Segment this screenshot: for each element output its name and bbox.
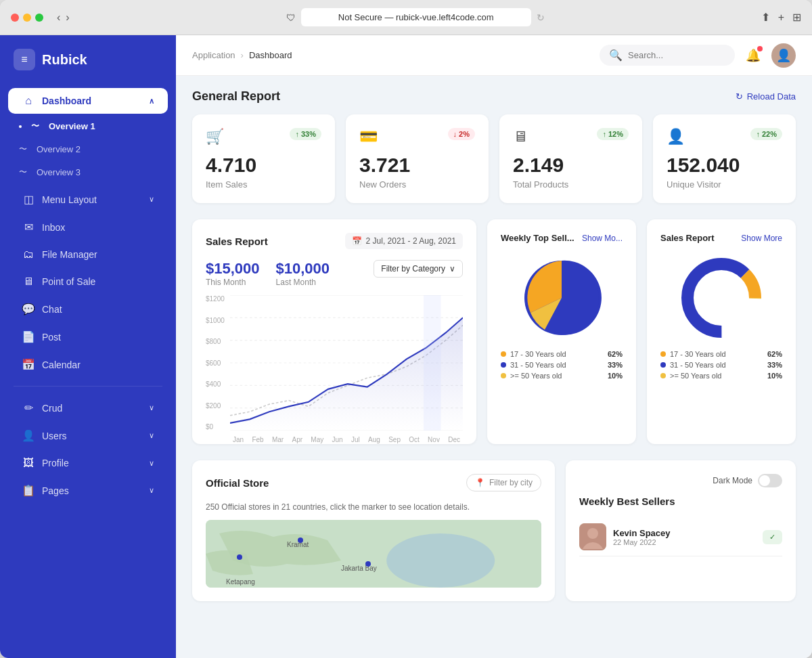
stat-card-new-orders: 💳 ↓ 2% 3.721 New Orders: [346, 114, 489, 203]
chevron-down-icon-filter: ∨: [449, 264, 455, 273]
monitor-icon: 🖥: [513, 128, 528, 146]
y-axis-labels: $1200 $1000 $800 $600 $400 $200 $0: [206, 295, 225, 431]
svg-rect-8: [424, 295, 441, 431]
seller-date: 22 May 2022: [613, 538, 756, 546]
stat-badge-total-products: ↑ 12%: [597, 128, 629, 140]
general-report-title: General Report: [192, 89, 280, 104]
sidebar-item-crud[interactable]: ✏ Crud ∨: [8, 395, 168, 421]
best-sellers-title: Weekly Best Sellers: [579, 496, 675, 507]
share-button[interactable]: ⬆: [761, 11, 770, 24]
pie-chart-container: [501, 254, 623, 350]
svg-text:Kramat: Kramat: [287, 541, 309, 548]
donut-dot-orange: [660, 351, 666, 357]
filter-city-text: Filter by city: [489, 478, 533, 487]
post-icon: 📄: [22, 330, 35, 343]
activity-icon: 〜: [31, 120, 39, 132]
pie-legend: 17 - 30 Years old 62% 31 - 50 Years old …: [501, 350, 623, 380]
logo-text: Rubick: [42, 52, 87, 68]
chart-area: $1200 $1000 $800 $600 $400 $200 $0: [206, 295, 463, 431]
stat-value-unique-visitor: 152.040: [667, 154, 782, 177]
sales-report2-title: Sales Report: [660, 233, 714, 243]
new-tab-button[interactable]: +: [778, 11, 784, 24]
donut-chart-container: [660, 254, 782, 350]
stat-value-item-sales: 4.710: [206, 154, 321, 177]
sidebar-item-profile[interactable]: 🖼 Profile ∨: [8, 450, 168, 476]
sales-report2-show-more[interactable]: Show More: [741, 234, 782, 243]
seller-row-kevin: Kevin Spacey 22 May 2022 ✓: [579, 518, 782, 556]
official-store-title: Official Store: [206, 477, 269, 489]
line-chart-svg: [230, 295, 463, 431]
pie-chart: [518, 254, 606, 342]
weekly-top-sellers-show-more[interactable]: Show Mo...: [582, 234, 623, 243]
back-button[interactable]: ‹: [57, 12, 60, 24]
filter-by-city[interactable]: 📍 Filter by city: [466, 474, 541, 491]
stat-cards: 🛒 ↑ 33% 4.710 Item Sales 💳: [192, 114, 796, 203]
sidebar-item-chat[interactable]: 💬 Chat: [8, 296, 168, 322]
search-bar[interactable]: 🔍: [600, 45, 735, 66]
logo-icon: ≡: [14, 49, 35, 70]
legend-item-0: 17 - 30 Years old 62%: [501, 350, 623, 358]
main-content: Application › Dashboard 🔍 🔔 👤 Ge: [176, 35, 812, 658]
sidebar-item-menu-layout[interactable]: ◫ Menu Layout ∨: [8, 186, 168, 213]
map-placeholder: Ketapang Kramat Jakarta Bay: [206, 520, 541, 588]
donut-legend-item-0: 17 - 30 Years old 62%: [660, 350, 782, 358]
stat-label-total-products: Total Products: [513, 179, 629, 190]
reload-data-button[interactable]: ↻ Reload Data: [736, 91, 796, 102]
seller-name: Kevin Spacey: [613, 528, 756, 538]
profile-icon: 🖼: [22, 457, 35, 469]
donut-chart: [677, 254, 765, 342]
sidebar-item-overview2[interactable]: 〜 Overview 2: [8, 138, 168, 160]
stat-badge-new-orders: ↓ 2%: [448, 128, 475, 140]
svg-text:Jakarta Bay: Jakarta Bay: [341, 565, 377, 572]
avatar[interactable]: 👤: [771, 43, 796, 68]
legend-item-2: >= 50 Years old 10%: [501, 372, 623, 380]
chat-icon: 💬: [22, 303, 35, 315]
maximize-dot[interactable]: [35, 14, 43, 22]
sidebar-item-users[interactable]: 👤 Users ∨: [8, 422, 168, 449]
search-icon: 🔍: [609, 49, 623, 62]
inbox-icon: ✉: [22, 221, 35, 234]
calendar-icon: 📅: [22, 358, 35, 371]
close-dot[interactable]: [11, 14, 19, 22]
minimize-dot[interactable]: [23, 14, 31, 22]
search-input[interactable]: [628, 50, 725, 60]
sidebar-item-overview3[interactable]: 〜 Overview 3: [8, 161, 168, 183]
sidebar-item-calendar[interactable]: 📅 Calendar: [8, 351, 168, 378]
sales-report-donut-card: Sales Report Show More: [647, 219, 796, 444]
donut-legend: 17 - 30 Years old 62% 31 - 50 Years old …: [660, 350, 782, 380]
seller-action-button[interactable]: ✓: [763, 530, 782, 544]
notification-bell[interactable]: 🔔: [746, 48, 761, 63]
donut-legend-item-2: >= 50 Years old 10%: [660, 372, 782, 380]
forward-button[interactable]: ›: [66, 12, 69, 24]
activity3-icon: 〜: [19, 167, 27, 178]
reload-icon[interactable]: ↻: [537, 12, 545, 23]
pos-icon: 🖥: [22, 276, 35, 288]
filter-by-category[interactable]: Filter by Category ∨: [374, 260, 463, 278]
browser-nav: ‹ ›: [57, 12, 70, 24]
date-range[interactable]: 📅 2 Jul, 2021 - 2 Aug, 2021: [345, 233, 463, 249]
stat-badge-unique-visitor: ↑ 22%: [750, 128, 782, 140]
chevron-down-icon-3: ∨: [149, 431, 154, 440]
sidebar-item-inbox[interactable]: ✉ Inbox: [8, 214, 168, 240]
sidebar-item-dashboard[interactable]: ⌂ Dashboard ∧: [8, 88, 168, 114]
legend-dot-blue: [501, 362, 506, 368]
legend-item-1: 31 - 50 Years old 33%: [501, 361, 623, 369]
sidebar-item-post[interactable]: 📄 Post: [8, 324, 168, 350]
svg-text:Ketapang: Ketapang: [226, 578, 255, 586]
chevron-down-icon-2: ∨: [149, 403, 154, 412]
dark-mode-toggle[interactable]: [758, 474, 782, 487]
topbar: Application › Dashboard 🔍 🔔 👤: [176, 35, 812, 76]
home-icon: ⌂: [22, 95, 35, 107]
svg-point-20: [365, 561, 371, 567]
sidebar-item-file-manager[interactable]: 🗂 File Manager: [8, 242, 168, 267]
stat-card-unique-visitor: 👤 ↑ 22% 152.040 Unique Visitor: [653, 114, 796, 203]
sidebar-item-point-of-sale[interactable]: 🖥 Point of Sale: [8, 269, 168, 294]
seller-avatar-kevin: [579, 523, 606, 550]
sidebar-button[interactable]: ⊞: [792, 11, 801, 24]
person-icon: 👤: [667, 128, 685, 146]
address-bar[interactable]: [301, 8, 531, 26]
dark-mode-row: Dark Mode: [579, 474, 782, 487]
general-report-header: General Report ↻ Reload Data: [192, 89, 796, 104]
sidebar-item-pages[interactable]: 📋 Pages ∨: [8, 477, 168, 504]
sidebar-item-overview1[interactable]: 〜 Overview 1: [8, 115, 168, 137]
